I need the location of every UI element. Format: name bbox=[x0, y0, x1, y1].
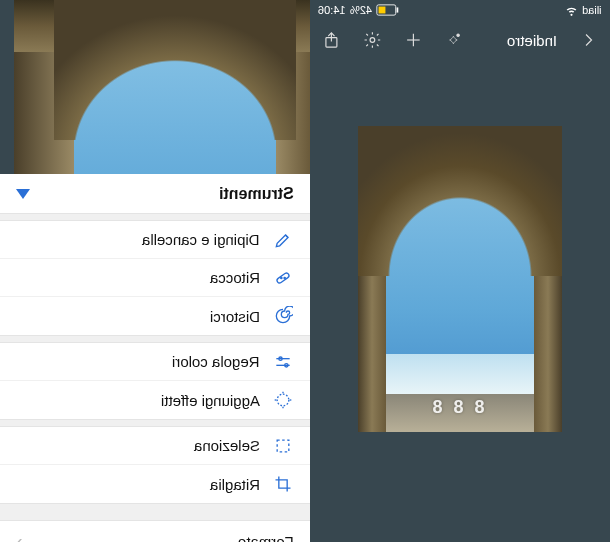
svg-point-16 bbox=[277, 394, 289, 406]
tool-label: Regola colori bbox=[172, 353, 260, 370]
battery-icon bbox=[376, 4, 400, 16]
left-pane: Strumenti Dipingi e cancella Ritocca Dis… bbox=[0, 0, 310, 542]
tool-label: Dipingi e cancella bbox=[142, 231, 260, 248]
select-icon bbox=[272, 435, 294, 457]
tool-label: Distorci bbox=[210, 308, 260, 325]
tool-crop[interactable]: Ritaglia bbox=[0, 465, 310, 503]
brush-icon bbox=[272, 229, 294, 251]
svg-point-6 bbox=[370, 38, 375, 43]
crop-icon bbox=[272, 473, 294, 495]
clock: 14:06 bbox=[318, 4, 346, 16]
tools-sheet: Strumenti Dipingi e cancella Ritocca Dis… bbox=[0, 174, 310, 542]
svg-point-10 bbox=[281, 277, 282, 278]
carrier-label: iliad bbox=[582, 4, 602, 16]
chevron-right-icon[interactable] bbox=[579, 29, 598, 51]
svg-rect-1 bbox=[378, 7, 385, 14]
sparkle-icon bbox=[272, 389, 294, 411]
editor-canvas: iliad 42% 14:06 Indietro 8 8 8 bbox=[310, 0, 610, 542]
tool-group-2: Regola colori Aggiungi effetti bbox=[0, 342, 310, 420]
svg-rect-2 bbox=[396, 7, 398, 12]
bandage-icon bbox=[272, 267, 294, 289]
share-icon[interactable] bbox=[322, 29, 341, 51]
back-button[interactable]: Indietro bbox=[507, 32, 557, 49]
battery-percent: 42% bbox=[350, 4, 372, 16]
svg-rect-9 bbox=[276, 272, 290, 284]
tool-group-3: Seleziona Ritaglia bbox=[0, 426, 310, 504]
chevron-left-icon: ‹ bbox=[16, 530, 23, 543]
image-behind-sheet bbox=[14, 0, 310, 200]
wifi-icon bbox=[565, 4, 578, 17]
tool-select[interactable]: Seleziona bbox=[0, 427, 310, 465]
tool-group-1: Dipingi e cancella Ritocca Distorci bbox=[0, 220, 310, 336]
watermark: 8 8 8 bbox=[358, 397, 562, 418]
sliders-icon bbox=[272, 351, 294, 373]
tool-retouch[interactable]: Ritocca bbox=[0, 259, 310, 297]
svg-point-3 bbox=[457, 34, 459, 36]
plus-icon[interactable] bbox=[404, 29, 423, 51]
app-toolbar: Indietro bbox=[310, 20, 610, 60]
tool-adjust-colors[interactable]: Regola colori bbox=[0, 343, 310, 381]
image-preview[interactable]: 8 8 8 bbox=[358, 126, 562, 432]
sheet-title: Strumenti bbox=[219, 185, 294, 203]
tool-label: Ritocca bbox=[210, 269, 260, 286]
svg-rect-21 bbox=[277, 440, 289, 452]
tool-paint[interactable]: Dipingi e cancella bbox=[0, 221, 310, 259]
tool-label: Aggiungi effetti bbox=[161, 392, 260, 409]
spiral-icon bbox=[272, 305, 294, 327]
tool-add-effects[interactable]: Aggiungi effetti bbox=[0, 381, 310, 419]
tool-distort[interactable]: Distorci bbox=[0, 297, 310, 335]
format-button[interactable]: Formato ‹ bbox=[0, 520, 310, 542]
gear-icon[interactable] bbox=[363, 29, 382, 51]
sheet-header: Strumenti bbox=[0, 174, 310, 214]
svg-point-11 bbox=[284, 277, 285, 278]
status-bar: iliad 42% 14:06 bbox=[310, 0, 610, 20]
tool-label: Ritaglia bbox=[210, 476, 260, 493]
tool-label: Seleziona bbox=[194, 437, 260, 454]
collapse-icon[interactable] bbox=[16, 189, 30, 199]
format-label: Formato bbox=[238, 533, 294, 543]
magic-icon[interactable] bbox=[444, 29, 463, 51]
